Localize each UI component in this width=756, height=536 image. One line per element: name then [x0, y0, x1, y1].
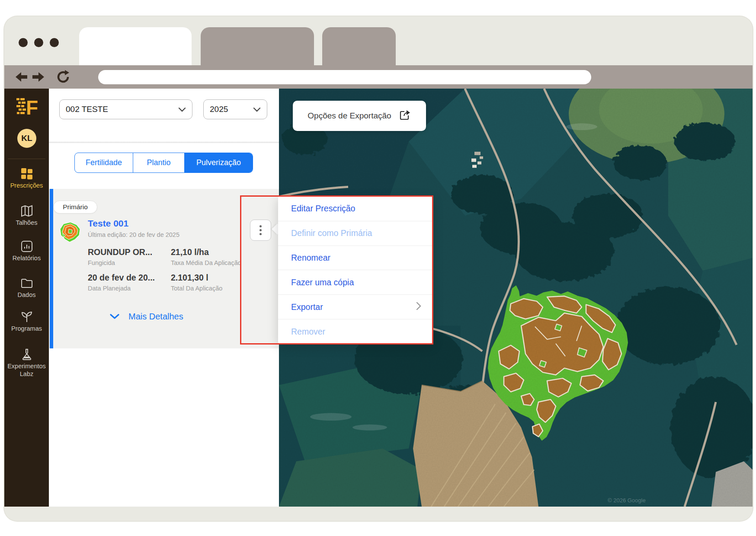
browser-tab-active[interactable]	[79, 27, 192, 65]
prescription-context-menu: Editar Prescrição Definir como Primária …	[278, 197, 432, 344]
rate-label: Taxa Média Da Aplicação	[171, 259, 241, 266]
grid-icon	[20, 167, 33, 180]
prescription-type-tabs: Fertilidade Plantio Pulverização	[74, 153, 253, 173]
product-label: Fungicida	[88, 259, 115, 266]
farm-select-value: 002 TESTE	[66, 105, 108, 114]
browser-tab-inactive-2[interactable]	[322, 27, 396, 65]
share-export-icon	[398, 108, 411, 124]
app-sidebar: F KL Prescrições Talhões	[4, 89, 49, 507]
sidebar-item-label: Experimentos Labz	[7, 362, 47, 378]
prescription-card[interactable]: Primário Teste 001 Última edição: 20 de …	[49, 189, 279, 348]
screenshot-stage: { "sidebar": { "logo_letter": "F", "avat…	[0, 0, 756, 536]
year-select-value: 2025	[210, 105, 228, 114]
prescription-thumbnail	[58, 220, 84, 245]
flask-icon	[20, 348, 33, 361]
primary-badge: Primário	[53, 201, 97, 214]
report-chart-icon	[20, 240, 33, 253]
prescriptions-panel: 002 TESTE 2025 Fertilidade Plantio Pulve…	[49, 89, 279, 507]
tab-plantio[interactable]: Plantio	[133, 153, 185, 172]
sidebar-item-talhoes[interactable]: Talhões	[4, 204, 49, 227]
card-kebab-menu-button[interactable]	[250, 220, 271, 241]
sidebar-item-label: Talhões	[16, 219, 38, 227]
menu-item-label: Fazer uma cópia	[291, 278, 354, 287]
sidebar-item-label: Dados	[18, 291, 36, 299]
browser-tab-inactive-1[interactable]	[201, 27, 314, 65]
export-options-label: Opções de Exportação	[308, 111, 391, 121]
date-label: Data Planejada	[88, 285, 131, 292]
sidebar-item-experimentos-labz[interactable]: Experimentos Labz	[4, 348, 49, 378]
chevron-down-icon	[253, 105, 261, 114]
tab-pulverizacao[interactable]: Pulverização	[185, 153, 253, 172]
refresh-icon[interactable]	[55, 69, 71, 85]
rate-value: 21,10 l/ha	[171, 247, 209, 257]
more-details-toggle[interactable]: Mais Detalhes	[109, 312, 183, 322]
date-value: 20 de fev de 20...	[88, 273, 155, 283]
card-active-indicator	[50, 189, 53, 348]
folder-icon	[20, 277, 33, 290]
map-icon	[20, 204, 33, 217]
forward-icon[interactable]	[31, 69, 47, 85]
menu-item-label: Renomear	[291, 253, 330, 263]
menu-item-editar-prescricao[interactable]: Editar Prescrição	[278, 197, 432, 221]
sidebar-item-label: Relatórios	[13, 254, 41, 262]
chevron-down-icon	[109, 312, 120, 322]
sidebar-item-relatorios[interactable]: Relatórios	[4, 240, 49, 262]
sidebar-item-programas[interactable]: Programas	[4, 310, 49, 332]
total-value: 2.101,30 l	[171, 273, 208, 283]
more-details-label: Mais Detalhes	[128, 312, 183, 322]
year-select[interactable]: 2025	[203, 99, 267, 119]
browser-toolbar	[4, 65, 753, 89]
panel-divider	[49, 142, 279, 144]
menu-item-definir-como-primaria: Definir como Primária	[278, 221, 432, 246]
sidebar-item-label: Prescrições	[10, 182, 43, 189]
traffic-light-close-icon[interactable]	[19, 38, 28, 47]
kebab-dot	[259, 229, 262, 231]
menu-item-label: Remover	[291, 327, 325, 337]
menu-item-fazer-uma-copia[interactable]: Fazer uma cópia	[278, 270, 432, 295]
traffic-light-minimize-icon[interactable]	[34, 38, 43, 47]
chevron-down-icon	[178, 105, 186, 114]
prescription-title[interactable]: Teste 001	[88, 218, 128, 229]
browser-bottombar	[4, 507, 753, 521]
sidebar-item-prescricoes[interactable]: Prescrições	[4, 167, 49, 189]
browser-titlebar	[4, 16, 753, 65]
kebab-dot	[259, 233, 262, 235]
app-logo-icon[interactable]: F	[4, 95, 49, 121]
traffic-light-maximize-icon[interactable]	[50, 38, 59, 47]
chevron-right-icon	[416, 302, 421, 313]
menu-item-label: Exportar	[291, 302, 323, 312]
product-value: ROUNDUP OR...	[88, 247, 152, 257]
total-label: Total Da Aplicação	[171, 285, 222, 292]
prescription-last-edited: Última edição: 20 de fev de 2025	[88, 231, 179, 238]
svg-text:F: F	[26, 96, 38, 119]
sidebar-item-dados[interactable]: Dados	[4, 277, 49, 299]
farm-select[interactable]: 002 TESTE	[59, 99, 192, 119]
menu-item-label: Definir como Primária	[291, 228, 372, 238]
menu-item-label: Editar Prescrição	[291, 204, 355, 214]
kebab-dot	[259, 225, 262, 227]
map-watermark: © 2026 Google	[608, 497, 646, 504]
back-icon[interactable]	[13, 69, 29, 85]
address-bar[interactable]	[98, 70, 591, 84]
menu-item-remover: Remover	[278, 319, 432, 344]
tab-fertilidade[interactable]: Fertilidade	[75, 153, 133, 172]
menu-item-renomear[interactable]: Renomear	[278, 246, 432, 271]
sprout-icon	[20, 310, 33, 323]
sidebar-item-label: Programas	[11, 325, 42, 332]
avatar[interactable]: KL	[17, 129, 36, 148]
menu-item-exportar[interactable]: Exportar	[278, 295, 432, 319]
sidebar-divider	[8, 159, 45, 159]
export-options-button[interactable]: Opções de Exportação	[293, 101, 426, 131]
